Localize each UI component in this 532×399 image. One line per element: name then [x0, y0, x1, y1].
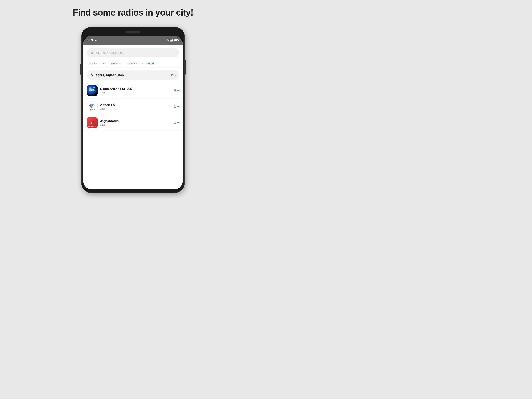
radio-bitrate: 128k — [100, 91, 172, 94]
search-placeholder: Search by radio name — [95, 51, 124, 55]
phone-speaker — [126, 31, 140, 33]
wifi-icon — [166, 39, 170, 42]
radio-list: atr Radio Ariana FM 93.5 128k 0 ♥ — [83, 82, 183, 189]
status-time: 8:59 — [87, 39, 93, 42]
radio-logo-atr: atr — [87, 85, 98, 96]
radio-info: Arman FM 128k — [100, 103, 172, 110]
svg-rect-0 — [171, 41, 171, 42]
svg-rect-1 — [171, 40, 172, 41]
tab-arrow-icon: → — [140, 62, 144, 65]
edit-location-button[interactable]: Edit — [171, 74, 176, 77]
phone-button-left — [80, 64, 81, 75]
radio-name: Afghanradio — [100, 119, 172, 123]
radio-item[interactable]: ar AFGHANRADIO Afghanradio 128k 1 ♥ — [83, 115, 183, 131]
radio-name: Radio Ariana FM 93.5 — [100, 87, 172, 91]
likes-count: 0 — [174, 89, 176, 92]
radio-bitrate: 128k — [100, 107, 172, 110]
signal-icon — [171, 39, 173, 42]
radio-info: Radio Ariana FM 93.5 128k — [100, 87, 172, 94]
battery-icon — [174, 39, 178, 41]
tab-bar: p radios All Recents Favorites → Local — [83, 59, 183, 68]
heart-icon: ♥ — [177, 105, 179, 109]
radio-likes[interactable]: 1 ♥ — [174, 121, 179, 125]
phone-frame: 8:59 ▶ — [81, 27, 185, 193]
radio-likes[interactable]: 0 ♥ — [174, 89, 179, 93]
phone-device: 8:59 ▶ — [81, 27, 185, 193]
svg-text:ARMAN: ARMAN — [90, 109, 95, 110]
radio-bitrate: 128k — [100, 123, 172, 126]
likes-count: 1 — [174, 121, 176, 125]
radio-logo-afghan: ar AFGHANRADIO — [87, 117, 98, 128]
tab-all[interactable]: All — [100, 61, 109, 66]
play-icon: ▶ — [95, 39, 97, 42]
svg-point-12 — [91, 104, 94, 106]
location-city: Kabul, Afghanistan — [95, 73, 169, 77]
radio-likes[interactable]: 1 ♥ — [174, 105, 179, 109]
svg-text:AFGHANRADIO: AFGHANRADIO — [88, 126, 96, 127]
tab-favorites[interactable]: Favorites — [124, 61, 140, 66]
app-content: Search by radio name p radios All Recent… — [83, 44, 183, 189]
tab-local[interactable]: Local — [144, 61, 156, 66]
radio-name: Arman FM — [100, 103, 172, 107]
status-bar: 8:59 ▶ — [83, 36, 183, 44]
svg-text:ar: ar — [90, 120, 94, 125]
svg-rect-3 — [173, 39, 173, 42]
page-title: Find some radios in your city! — [73, 7, 193, 18]
search-icon — [90, 51, 94, 55]
svg-rect-2 — [172, 39, 172, 41]
search-container: Search by radio name — [83, 44, 183, 59]
location-bar[interactable]: Kabul, Afghanistan Edit — [87, 70, 179, 80]
phone-screen: 8:59 ▶ — [83, 36, 183, 189]
radio-info: Afghanradio 128k — [100, 119, 172, 126]
radio-item[interactable]: atr Radio Ariana FM 93.5 128k 0 ♥ — [83, 82, 183, 99]
tab-recents[interactable]: Recents — [109, 61, 124, 66]
svg-point-6 — [91, 74, 92, 75]
svg-line-5 — [92, 53, 93, 54]
phone-button-right — [185, 60, 186, 75]
tab-top-radios[interactable]: p radios — [85, 61, 100, 66]
likes-count: 1 — [174, 105, 176, 108]
search-bar[interactable]: Search by radio name — [87, 48, 179, 57]
location-pin-icon — [90, 73, 94, 77]
svg-text:atr: atr — [91, 89, 93, 90]
radio-item[interactable]: ARMAN Arman FM 128k 1 ♥ — [83, 99, 183, 115]
radio-logo-arman: ARMAN — [87, 101, 98, 112]
svg-point-13 — [90, 106, 93, 108]
heart-icon: ♥ — [177, 89, 179, 93]
heart-icon: ♥ — [177, 121, 179, 125]
